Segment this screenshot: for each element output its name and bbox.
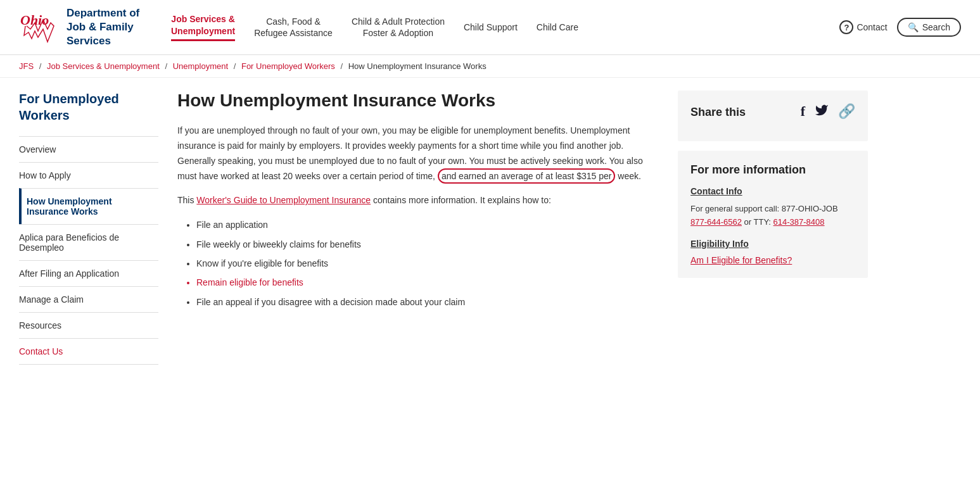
site-header: Ohio Department ofJob & FamilyServices J… (0, 0, 980, 55)
contact-info-text: For general support call: 877-OHIO-JOB 8… (690, 203, 855, 229)
sidebar-item-aplica[interactable]: Aplica para Beneficios deDesempleo (19, 224, 158, 260)
sidebar-item-after-filing[interactable]: After Filing an Application (19, 260, 158, 286)
header-right: ? Contact 🔍 Search (839, 18, 961, 37)
sidebar-item-how-to-apply[interactable]: How to Apply (19, 162, 158, 188)
info-box-title: For more information (690, 163, 855, 177)
sidebar-item-manage-claim[interactable]: Manage a Claim (19, 286, 158, 312)
content-area: How Unemployment Insurance Works If you … (177, 91, 659, 365)
highlighted-text: and earned an average of at least $315 p… (438, 168, 616, 184)
sidebar-item-overview[interactable]: Overview (19, 136, 158, 162)
breadcrumb-for-unemployed[interactable]: For Unemployed Workers (241, 61, 335, 71)
content-list: File an application File weekly or biwee… (196, 218, 659, 309)
sidebar-item-resources[interactable]: Resources (19, 312, 158, 338)
list-item-file-appeal: File an appeal if you disagree with a de… (196, 295, 659, 309)
ohio-logo: Ohio (19, 7, 60, 48)
sidebar-nav: Overview How to Apply How UnemploymentIn… (19, 136, 158, 365)
nav-child-adult[interactable]: Child & Adult ProtectionFoster & Adoptio… (352, 16, 445, 39)
contact-info-subtitle[interactable]: Contact Info (690, 186, 855, 196)
info-box: For more information Contact Info For ge… (678, 151, 868, 278)
breadcrumb-job-services[interactable]: Job Services & Unemployment (47, 61, 160, 71)
main-nav: Job Services &Unemployment Cash, Food &R… (158, 13, 839, 41)
phone-2-link[interactable]: 614-387-8408 (773, 217, 825, 227)
breadcrumb: JFS / Job Services & Unemployment / Unem… (0, 55, 980, 78)
sidebar-title: For Unemployed Workers (19, 91, 158, 123)
search-label: Search (922, 22, 950, 32)
content-paragraph-1: If you are unemployed through no fault o… (177, 123, 659, 184)
share-box: Share this f 🔗 (678, 91, 868, 141)
main-layout: For Unemployed Workers Overview How to A… (0, 78, 980, 377)
sidebar-item-how-ui-works[interactable]: How UnemploymentInsurance Works (19, 188, 158, 224)
eligibility-link[interactable]: Am I Eligible for Benefits? (690, 255, 792, 265)
dept-name: Department ofJob & FamilyServices (67, 6, 139, 48)
list-item-remain-eligible: Remain eligible for benefits (196, 275, 659, 289)
svg-text:Ohio: Ohio (20, 12, 49, 28)
share-icons: f 🔗 (801, 103, 855, 121)
nav-job-services[interactable]: Job Services &Unemployment (171, 13, 235, 41)
question-icon: ? (839, 20, 853, 34)
search-button[interactable]: 🔍 Search (897, 18, 961, 37)
page-title: How Unemployment Insurance Works (177, 91, 659, 111)
guide-text-after: contains more information. It explains h… (371, 195, 551, 205)
nav-child-care[interactable]: Child Care (537, 22, 578, 33)
breadcrumb-current: How Unemployment Insurance Works (348, 61, 487, 71)
breadcrumb-unemployment[interactable]: Unemployment (173, 61, 228, 71)
sidebar-item-contact-us[interactable]: Contact Us (19, 338, 158, 365)
share-title: Share this f 🔗 (690, 103, 855, 121)
list-item-know-eligible: Know if you're eligible for benefits (196, 256, 659, 270)
search-icon: 🔍 (908, 22, 919, 32)
contact-label: Contact (856, 22, 887, 32)
list-item-file-application: File an application (196, 218, 659, 232)
twitter-icon[interactable] (815, 103, 829, 121)
share-title-text: Share this (690, 106, 746, 119)
nav-child-support[interactable]: Child Support (464, 22, 518, 33)
guide-text-before: This (177, 195, 196, 205)
facebook-icon[interactable]: f (801, 103, 805, 121)
content-paragraph-2: This Worker's Guide to Unemployment Insu… (177, 193, 659, 208)
logo-area: Ohio Department ofJob & FamilyServices (19, 6, 158, 48)
phone-1-link[interactable]: 877-644-6562 (690, 217, 742, 227)
breadcrumb-jfs[interactable]: JFS (19, 61, 34, 71)
workers-guide-link[interactable]: Worker's Guide to Unemployment Insurance (196, 195, 371, 205)
body-text-2: week. (618, 171, 641, 181)
link-icon[interactable]: 🔗 (838, 103, 855, 121)
eligibility-info-subtitle[interactable]: Eligibility Info (690, 239, 855, 249)
list-item-file-weekly: File weekly or biweekly claims for benef… (196, 237, 659, 251)
contact-button[interactable]: ? Contact (839, 20, 887, 34)
right-panel: Share this f 🔗 For more information Cont… (678, 91, 868, 365)
sidebar: For Unemployed Workers Overview How to A… (19, 91, 158, 365)
nav-cash-food[interactable]: Cash, Food &Refugee Assistance (254, 16, 333, 39)
